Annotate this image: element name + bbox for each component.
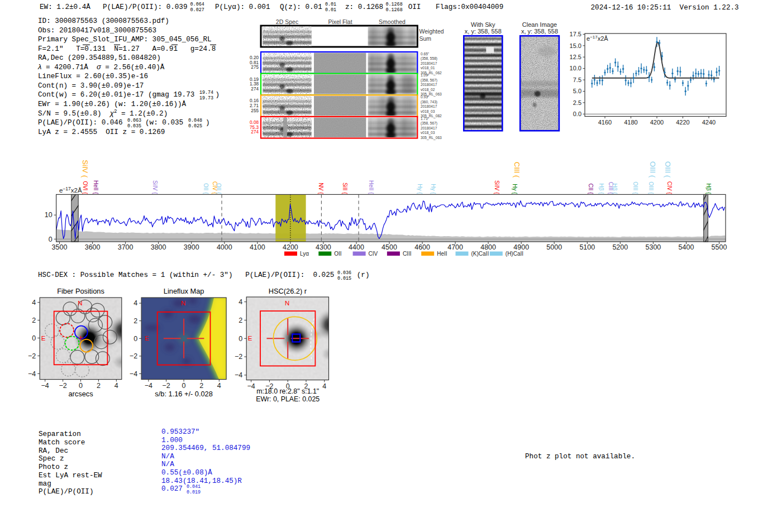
svg-text:Obs: 20180417v018_3000875563: Obs: 20180417v018_3000875563 <box>38 26 156 35</box>
svg-text:e−17x2Å: e−17x2Å <box>59 186 82 194</box>
svg-text:4240: 4240 <box>702 119 716 126</box>
svg-text:Clean Image: Clean Image <box>522 21 557 28</box>
svg-text:17.5: 17.5 <box>570 31 581 37</box>
svg-text:): ) <box>216 90 220 99</box>
svg-text:Weighted: Weighted <box>419 28 444 35</box>
svg-text:4500: 4500 <box>382 243 397 251</box>
svg-text:x, y: 358, 558: x, y: 358, 558 <box>521 28 558 35</box>
svg-text:4600: 4600 <box>414 243 430 251</box>
svg-text:0.08: 0.08 <box>250 120 259 125</box>
svg-text:4: 4 <box>239 298 242 306</box>
svg-text:v018_03: v018_03 <box>421 109 435 114</box>
svg-text:305_RL_063: 305_RL_063 <box>421 136 442 140</box>
svg-text:0: 0 <box>133 335 137 343</box>
svg-text:−4: −4 <box>41 382 49 390</box>
svg-text:m:18.0 re:2.8" s:1.1": m:18.0 re:2.8" s:1.1" <box>256 387 319 395</box>
svg-text:N: N <box>78 300 82 306</box>
svg-text:0.20: 0.20 <box>250 55 259 60</box>
svg-text:RA,Dec (209.354889,51.084820): RA,Dec (209.354889,51.084820) <box>38 54 161 62</box>
svg-text:0.1268: 0.1268 <box>386 2 403 7</box>
svg-text:SiII {: SiII { <box>342 183 348 194</box>
svg-text:19.73: 19.73 <box>199 95 213 101</box>
svg-text:0: 0 <box>49 236 53 243</box>
svg-text:4700: 4700 <box>447 243 463 251</box>
svg-text:v018_03: v018_03 <box>421 131 435 135</box>
svg-text:0.81: 0.81 <box>250 60 259 65</box>
svg-text:NV {: NV { <box>318 183 324 194</box>
svg-text:N/A: N/A <box>161 460 174 468</box>
svg-text:Q(z): 0.01: Q(z): 0.01 <box>280 3 322 11</box>
svg-text:HSC(26.2) r: HSC(26.2) r <box>269 287 307 295</box>
svg-text:0.041: 0.041 <box>187 484 201 490</box>
svg-text:(360, 743): (360, 743) <box>421 100 437 104</box>
svg-text:−2: −2 <box>130 352 137 360</box>
svg-text:(358, 567): (358, 567) <box>421 78 437 83</box>
svg-text:−2: −2 <box>59 382 66 390</box>
svg-text:SiIV (: SiIV ( <box>81 160 89 178</box>
svg-text:255: 255 <box>251 108 259 113</box>
svg-text:Flags:0x00404009: Flags:0x00404009 <box>436 3 503 11</box>
svg-text:N/A: N/A <box>161 452 174 461</box>
svg-text:2: 2 <box>32 317 36 324</box>
svg-text:Match score: Match score <box>39 438 85 447</box>
svg-text:2.5: 2.5 <box>573 99 581 106</box>
svg-text:P(Lyα): 0.001: P(Lyα): 0.001 <box>215 3 270 11</box>
svg-text:RA, Dec: RA, Dec <box>39 447 68 455</box>
svg-text:20180417: 20180417 <box>421 61 437 65</box>
svg-text:OIII (: OIII ( <box>664 161 672 178</box>
svg-text:Cont(w) = 6.20(±0.01)e-17 (gma: Cont(w) = 6.20(±0.01)e-17 (gmag 19.73 <box>38 90 194 99</box>
svg-text:EWr = 1.90(±0.26) (w: 1.20(±0.: EWr = 1.90(±0.26) (w: 1.20(±0.16))Å <box>38 100 187 108</box>
svg-text:HeII {: HeII { <box>93 180 99 194</box>
svg-text:4: 4 <box>217 382 221 390</box>
svg-text:CII {: CII { <box>588 184 594 195</box>
svg-text:LineFlux = 2.60(±0.35)e-16: LineFlux = 2.60(±0.35)e-16 <box>38 72 148 80</box>
svg-text:5400: 5400 <box>679 243 694 251</box>
svg-text:−2: −2 <box>162 382 170 390</box>
svg-text:P(LAE)/P(OII): P(LAE)/P(OII) <box>39 487 94 496</box>
svg-text:−4: −4 <box>28 370 36 378</box>
svg-text:209.354469, 51.084799: 209.354469, 51.084799 <box>161 444 250 452</box>
svg-text:7.5: 7.5 <box>573 76 581 83</box>
svg-text:0.027: 0.027 <box>161 485 183 493</box>
svg-text:(w: 0.035: (w: 0.035 <box>145 118 183 127</box>
svg-text:0.55(±0.08)Å: 0.55(±0.08)Å <box>161 468 212 477</box>
svg-text:N: N <box>181 300 185 306</box>
svg-text:OIII {: OIII { <box>648 181 654 194</box>
svg-text:3900: 3900 <box>184 243 199 251</box>
svg-text:−4: −4 <box>145 382 152 390</box>
svg-text:CIV {: CIV { <box>666 181 673 194</box>
svg-text:LyA z = 2.4555 OII z = 0.1269: LyA z = 2.4555 OII z = 0.1269 <box>38 128 165 136</box>
svg-text:−2: −2 <box>28 352 36 360</box>
svg-text:0.0: 0.0 <box>573 111 581 117</box>
svg-text:HSC-DEX : Possible Matches = 1: HSC-DEX : Possible Matches = 1 (within +… <box>38 271 334 279</box>
svg-text:With Sky: With Sky <box>471 21 495 28</box>
svg-text:): ) <box>206 118 210 127</box>
svg-text:OVI {: OVI { <box>82 181 88 194</box>
svg-text:HeII {: HeII { <box>368 180 374 194</box>
svg-text:−4: −4 <box>130 370 137 378</box>
svg-text:0: 0 <box>239 335 242 343</box>
svg-text:20180417: 20180417 <box>421 83 437 87</box>
svg-text:3700: 3700 <box>118 243 133 251</box>
svg-text:0.65": 0.65" <box>421 52 430 56</box>
svg-text:E: E <box>145 335 149 342</box>
svg-text:0.16: 0.16 <box>250 98 259 103</box>
svg-text:5300: 5300 <box>645 243 661 251</box>
svg-text:Photo z: Photo z <box>39 463 68 471</box>
svg-text:0.063: 0.063 <box>127 118 141 123</box>
svg-text:E: E <box>41 335 46 342</box>
svg-text:Hβ {: Hβ { <box>612 183 618 194</box>
svg-text:2: 2 <box>133 317 137 325</box>
svg-text:4400: 4400 <box>349 243 364 251</box>
svg-text:5.0: 5.0 <box>573 88 581 94</box>
svg-text:Smoothed: Smoothed <box>379 18 406 25</box>
svg-text:5100: 5100 <box>579 243 595 251</box>
svg-text:OII {: OII { <box>203 183 209 194</box>
svg-text:275: 275 <box>251 65 259 70</box>
svg-text:2024-12-16 10:25:11 Version 1: 2024-12-16 10:25:11 Version 1.22.3 <box>591 3 739 12</box>
svg-text:OIII {: OIII { <box>632 181 638 194</box>
svg-text:z: 0.1268: z: 0.1268 <box>345 3 383 11</box>
svg-text:1.000: 1.000 <box>161 436 183 444</box>
svg-text:Fiber Positions: Fiber Positions <box>57 287 104 295</box>
svg-text:S/N = 9.5(±0.8) χ2 = 1.2(±0.2: S/N = 9.5(±0.8) χ2 = 1.2(±0.2) <box>38 109 168 118</box>
